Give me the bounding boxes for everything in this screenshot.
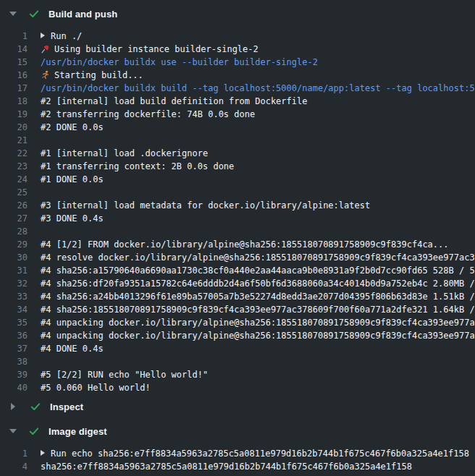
line-text: Using builder instance builder-single-2 <box>41 43 258 56</box>
runner-icon <box>41 70 50 82</box>
log-line: 18#2 [internal] load build definition fr… <box>0 95 475 108</box>
line-text: #4 [1/2] FROM docker.io/library/alpine@s… <box>41 238 449 251</box>
line-text: #4 sha256:a15790640a6690aa1730c38cf0a440… <box>41 264 475 277</box>
line-number[interactable]: 4 <box>0 460 28 473</box>
line-number[interactable]: 31 <box>0 264 28 277</box>
line-text: #1 transferring context: 2B 0.0s done <box>41 160 234 173</box>
log-line: 27#3 DONE 0.4s <box>0 212 475 225</box>
line-number[interactable]: 38 <box>0 355 28 368</box>
line-number[interactable]: 37 <box>0 342 28 355</box>
line-number[interactable]: 17 <box>0 82 28 95</box>
section-header-build-and-push[interactable]: Build and push <box>0 1 475 26</box>
section-title: Image digest <box>49 426 107 437</box>
line-text: #4 resolve docker.io/library/alpine@sha2… <box>41 251 475 264</box>
line-number[interactable]: 25 <box>0 186 28 199</box>
line-number[interactable]: 1 <box>0 30 28 43</box>
log-line: 40#5 0.060 Hello world! <box>0 381 475 394</box>
line-number[interactable]: 19 <box>0 108 28 121</box>
line-number[interactable]: 26 <box>0 199 28 212</box>
actions-log-viewer: Build and push 1Run ./14Using builder in… <box>0 0 475 476</box>
line-number[interactable]: 34 <box>0 303 28 316</box>
log-line: 32#4 sha256:df20fa9351a15782c64e6dddb2d4… <box>0 277 475 290</box>
line-text: /usr/bin/docker buildx use --builder bui… <box>41 56 318 69</box>
section-inspect: Inspect <box>0 394 475 419</box>
line-number[interactable]: 39 <box>0 368 28 381</box>
section-build-and-push: Build and push 1Run ./14Using builder in… <box>0 1 475 394</box>
line-number[interactable]: 40 <box>0 381 28 394</box>
line-number[interactable]: 16 <box>0 69 28 82</box>
line-text: Run ./ <box>41 30 82 43</box>
chevron-down-icon[interactable] <box>9 429 17 433</box>
line-number[interactable]: 20 <box>0 121 28 134</box>
log-line: 20#2 DONE 0.0s <box>0 121 475 134</box>
line-number[interactable]: 32 <box>0 277 28 290</box>
line-text: Starting build... <box>41 69 143 82</box>
log-line: 22#1 [internal] load .dockerignore <box>0 147 475 160</box>
log-line: 39#5 [2/2] RUN echo "Hello world!" <box>0 368 475 381</box>
line-number[interactable]: 14 <box>0 43 28 56</box>
log-line: 1Run echo sha256:e7ff8834a5963a2785c5a08… <box>0 447 475 460</box>
line-number[interactable]: 15 <box>0 56 28 69</box>
chevron-down-icon[interactable] <box>9 12 17 16</box>
section-header-inspect[interactable]: Inspect <box>0 394 475 419</box>
log-line: 36#4 unpacking docker.io/library/alpine@… <box>0 329 475 342</box>
check-success-icon <box>30 401 41 412</box>
line-number[interactable]: 35 <box>0 316 28 329</box>
log-line: 29#4 [1/2] FROM docker.io/library/alpine… <box>0 238 475 251</box>
expand-caret-icon[interactable] <box>41 450 45 456</box>
line-number[interactable]: 29 <box>0 238 28 251</box>
line-number[interactable]: 36 <box>0 329 28 342</box>
log-line: 17/usr/bin/docker buildx build --tag loc… <box>0 82 475 95</box>
log-line: 33#4 sha256:a24bb4013296f61e89ba57005a7b… <box>0 290 475 303</box>
line-text: #1 DONE 0.0s <box>41 173 104 186</box>
line-number[interactable]: 28 <box>0 225 28 238</box>
line-text: /usr/bin/docker buildx build --tag local… <box>41 82 475 95</box>
log-line: 15/usr/bin/docker buildx use --builder b… <box>0 56 475 69</box>
log-line: 16Starting build... <box>0 69 475 82</box>
line-number[interactable]: 22 <box>0 147 28 160</box>
log-line: 25 <box>0 186 475 199</box>
log-line: 24#1 DONE 0.0s <box>0 173 475 186</box>
line-text: #2 [internal] load build definition from… <box>41 95 307 108</box>
line-text: #4 unpacking docker.io/library/alpine@sh… <box>41 329 475 342</box>
log-block-image-digest: 1Run echo sha256:e7ff8834a5963a2785c5a08… <box>0 443 475 473</box>
line-text: #4 sha256:df20fa9351a15782c64e6dddb2d4a6… <box>41 277 475 290</box>
line-number[interactable]: 24 <box>0 173 28 186</box>
section-image-digest: Image digest 1Run echo sha256:e7ff8834a5… <box>0 419 475 473</box>
line-number[interactable]: 18 <box>0 95 28 108</box>
line-text: #4 sha256:185518070891758909c9f839cf4ca3… <box>41 303 475 316</box>
log-line: 30#4 resolve docker.io/library/alpine@sh… <box>0 251 475 264</box>
line-number[interactable]: 21 <box>0 134 28 147</box>
log-line: 28 <box>0 225 475 238</box>
chevron-right-icon[interactable] <box>11 403 15 410</box>
log-line: 19#2 transferring dockerfile: 74B 0.0s d… <box>0 108 475 121</box>
line-number[interactable]: 23 <box>0 160 28 173</box>
line-number[interactable]: 27 <box>0 212 28 225</box>
log-line: 38 <box>0 355 475 368</box>
check-success-icon <box>28 8 40 20</box>
log-line: 26#3 [internal] load metadata for docker… <box>0 199 475 212</box>
log-line: 14Using builder instance builder-single-… <box>0 43 475 56</box>
line-text: #2 DONE 0.0s <box>41 121 104 134</box>
line-number[interactable]: 30 <box>0 251 28 264</box>
log-line: 37#4 DONE 0.4s <box>0 342 475 355</box>
log-line: 34#4 sha256:185518070891758909c9f839cf4c… <box>0 303 475 316</box>
log-line: 1Run ./ <box>0 30 475 43</box>
line-text: #4 DONE 0.4s <box>41 342 104 355</box>
line-text: #2 transferring dockerfile: 74B 0.0s don… <box>41 108 255 121</box>
line-text: #5 [2/2] RUN echo "Hello world!" <box>41 368 208 381</box>
line-text: #4 sha256:a24bb4013296f61e89ba57005a7b3e… <box>41 290 475 303</box>
log-line: 31#4 sha256:a15790640a6690aa1730c38cf0a4… <box>0 264 475 277</box>
section-header-image-digest[interactable]: Image digest <box>0 419 475 443</box>
line-text: #1 [internal] load .dockerignore <box>41 147 208 160</box>
line-text: #3 DONE 0.4s <box>41 212 104 225</box>
line-text: Run echo sha256:e7ff8834a5963a2785c5a081… <box>41 447 469 460</box>
line-text: #3 [internal] load metadata for docker.i… <box>41 199 370 212</box>
line-text: #5 0.060 Hello world! <box>41 381 151 394</box>
log-block-build-and-push: 1Run ./14Using builder instance builder-… <box>0 26 475 394</box>
line-number[interactable]: 1 <box>0 447 28 460</box>
expand-caret-icon[interactable] <box>41 33 45 38</box>
line-number[interactable]: 33 <box>0 290 28 303</box>
section-title: Inspect <box>50 401 83 412</box>
line-text: #4 unpacking docker.io/library/alpine@sh… <box>41 316 475 329</box>
